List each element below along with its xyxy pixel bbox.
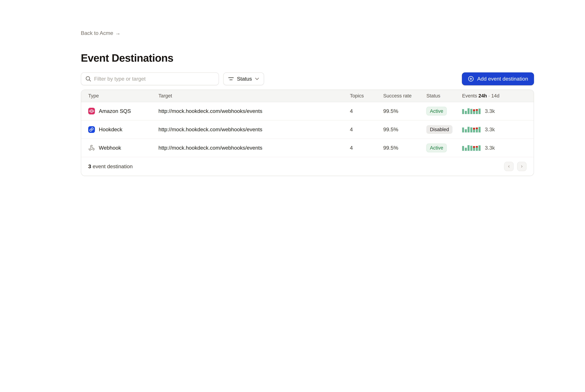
type-cell: Hookdeck xyxy=(88,126,158,133)
destination-type-label: Webhook xyxy=(99,145,121,151)
table-row[interactable]: Webhook http://mock.hookdeck.com/webhook… xyxy=(81,139,534,157)
type-cell: Amazon SQS xyxy=(88,108,158,114)
chevron-down-icon xyxy=(255,78,259,80)
row-count-label: event destination xyxy=(93,164,133,170)
status-cell: Active xyxy=(426,107,462,116)
status-cell: Active xyxy=(426,144,462,152)
toolbar: Status Add event destination xyxy=(81,72,534,86)
previous-page-button[interactable] xyxy=(504,162,514,171)
events-sparkline xyxy=(462,126,480,132)
success-rate-cell: 99.5% xyxy=(383,145,426,151)
amazon-sqs-icon xyxy=(88,108,95,114)
events-count: 3.3k xyxy=(485,126,495,132)
back-to-acme-link[interactable]: Back to Acme → xyxy=(81,30,120,36)
status-badge: Disabled xyxy=(426,125,452,134)
events-cell: 3.3k xyxy=(462,108,534,114)
filter-icon xyxy=(228,77,234,80)
search-icon xyxy=(86,76,91,82)
events-sparkline xyxy=(462,108,480,114)
events-sparkline xyxy=(462,145,480,151)
status-badge: Active xyxy=(426,144,447,152)
row-count: 3 event destination xyxy=(88,164,133,170)
next-page-button[interactable] xyxy=(517,162,526,171)
topics-cell: 4 xyxy=(350,108,383,114)
topics-cell: 4 xyxy=(350,126,383,132)
status-cell: Disabled xyxy=(426,125,462,134)
events-count: 3.3k xyxy=(485,145,495,151)
webhook-icon xyxy=(88,144,95,151)
destination-type-label: Amazon SQS xyxy=(99,108,131,114)
search-input-wrapper[interactable] xyxy=(81,72,219,86)
back-link-label: Back to Acme xyxy=(81,30,113,36)
page-content: Back to Acme → Event Destinations xyxy=(81,0,534,176)
success-rate-cell: 99.5% xyxy=(383,126,426,132)
success-rate-cell: 99.5% xyxy=(383,108,426,114)
events-24h-label: 24h xyxy=(478,93,487,98)
column-header-status: Status xyxy=(426,93,462,98)
status-filter-label: Status xyxy=(237,76,252,82)
column-header-type: Type xyxy=(88,93,158,98)
column-header-events: Events 24h · 14d xyxy=(462,93,534,98)
table-footer: 3 event destination xyxy=(81,157,534,176)
page-title: Event Destinations xyxy=(81,52,534,64)
destination-type-label: Hookdeck xyxy=(99,126,122,132)
events-cell: 3.3k xyxy=(462,145,534,151)
status-badge: Active xyxy=(426,107,447,116)
chevron-right-icon xyxy=(520,165,524,168)
target-cell: http://mock.hookdeck.com/webhooks/events xyxy=(158,145,350,151)
table-row[interactable]: Hookdeck http://mock.hookdeck.com/webhoo… xyxy=(81,120,534,139)
search-input[interactable] xyxy=(94,76,214,82)
pagination xyxy=(504,162,526,171)
table-header-row: Type Target Topics Success rate Status E… xyxy=(81,90,534,102)
column-header-topics: Topics xyxy=(350,93,383,98)
column-header-success-rate: Success rate xyxy=(383,93,426,98)
event-destinations-page: Back to Acme → Event Destinations xyxy=(0,0,585,392)
circle-plus-icon xyxy=(468,76,474,82)
status-filter-button[interactable]: Status xyxy=(223,72,264,86)
chevron-left-icon xyxy=(507,165,510,168)
events-cell: 3.3k xyxy=(462,126,534,132)
target-cell: http://mock.hookdeck.com/webhooks/events xyxy=(158,126,350,132)
topics-cell: 4 xyxy=(350,145,383,151)
events-count: 3.3k xyxy=(485,108,495,114)
row-count-number: 3 xyxy=(88,164,91,170)
table-row[interactable]: Amazon SQS http://mock.hookdeck.com/webh… xyxy=(81,102,534,120)
hookdeck-icon xyxy=(88,126,95,133)
arrow-right-icon: → xyxy=(115,30,120,36)
target-cell: http://mock.hookdeck.com/webhooks/events xyxy=(158,108,350,114)
event-destinations-table: Type Target Topics Success rate Status E… xyxy=(81,90,534,176)
add-button-label: Add event destination xyxy=(477,76,528,82)
type-cell: Webhook xyxy=(88,144,158,151)
column-header-target: Target xyxy=(158,93,350,98)
events-range-label: · 14d xyxy=(488,93,500,98)
add-event-destination-button[interactable]: Add event destination xyxy=(462,72,534,86)
